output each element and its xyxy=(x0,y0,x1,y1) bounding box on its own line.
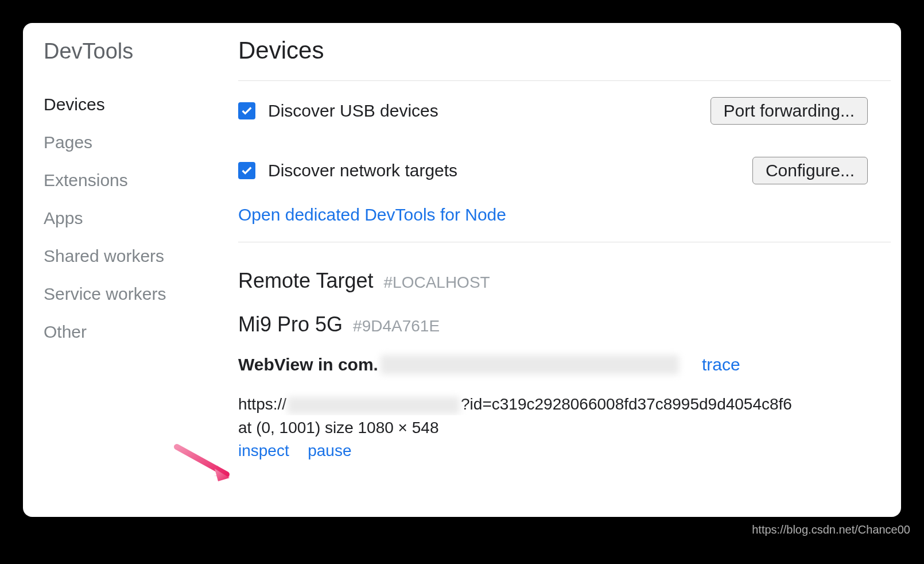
url-row: https://?id=c319c2928066008fd37c8995d9d4… xyxy=(238,379,891,415)
dimensions-row: at (0, 1001) size 1080 × 548 xyxy=(238,415,891,438)
pause-link[interactable]: pause xyxy=(308,442,351,459)
network-checkbox[interactable] xyxy=(238,162,255,179)
url-prefix: https:// xyxy=(238,395,286,413)
redacted-package xyxy=(381,355,679,374)
remote-target-title: Remote Target xyxy=(238,269,373,292)
sidebar-item-apps[interactable]: Apps xyxy=(44,199,204,237)
sidebar-item-shared-workers[interactable]: Shared workers xyxy=(44,237,204,275)
sidebar-item-pages[interactable]: Pages xyxy=(44,123,204,161)
device-hash: #9D4A761E xyxy=(353,317,440,335)
remote-target-heading: Remote Target #LOCALHOST xyxy=(238,242,891,300)
watermark: https://blog.csdn.net/Chance00 xyxy=(752,523,910,536)
inspect-link[interactable]: inspect xyxy=(238,442,289,459)
redacted-host xyxy=(288,397,460,414)
sidebar-item-service-workers[interactable]: Service workers xyxy=(44,275,204,313)
usb-checkbox[interactable] xyxy=(238,102,255,119)
webview-label: WebView in com. xyxy=(238,355,378,374)
page-title: Devices xyxy=(238,37,891,64)
trace-link[interactable]: trace xyxy=(702,355,740,374)
sidebar-item-extensions[interactable]: Extensions xyxy=(44,161,204,199)
check-icon xyxy=(240,164,253,177)
port-forwarding-button[interactable]: Port forwarding... xyxy=(711,97,868,125)
sidebar-title: DevTools xyxy=(44,39,204,64)
check-icon xyxy=(240,105,253,117)
network-label: Discover network targets xyxy=(268,161,457,180)
device-heading: Mi9 Pro 5G #9D4A761E xyxy=(238,300,891,349)
open-node-devtools-link[interactable]: Open dedicated DevTools for Node xyxy=(238,200,891,242)
main-content: Devices Discover USB devices Port forwar… xyxy=(204,23,901,517)
sidebar-item-devices[interactable]: Devices xyxy=(44,86,204,123)
option-usb-row: Discover USB devices Port forwarding... xyxy=(238,81,891,141)
configure-button[interactable]: Configure... xyxy=(752,157,868,184)
usb-label: Discover USB devices xyxy=(268,101,438,121)
devtools-panel: DevTools Devices Pages Extensions Apps S… xyxy=(23,23,901,517)
url-suffix: ?id=c319c2928066008fd37c8995d9d4054c8f6 xyxy=(461,395,792,413)
sidebar: DevTools Devices Pages Extensions Apps S… xyxy=(23,23,204,517)
sidebar-item-other[interactable]: Other xyxy=(44,313,204,351)
option-network-row: Discover network targets Configure... xyxy=(238,141,891,200)
webview-row: WebView in com. trace xyxy=(238,349,891,379)
device-name-text: Mi9 Pro 5G xyxy=(238,312,343,336)
remote-target-hash: #LOCALHOST xyxy=(383,273,490,291)
action-row: inspect pause xyxy=(238,438,891,460)
